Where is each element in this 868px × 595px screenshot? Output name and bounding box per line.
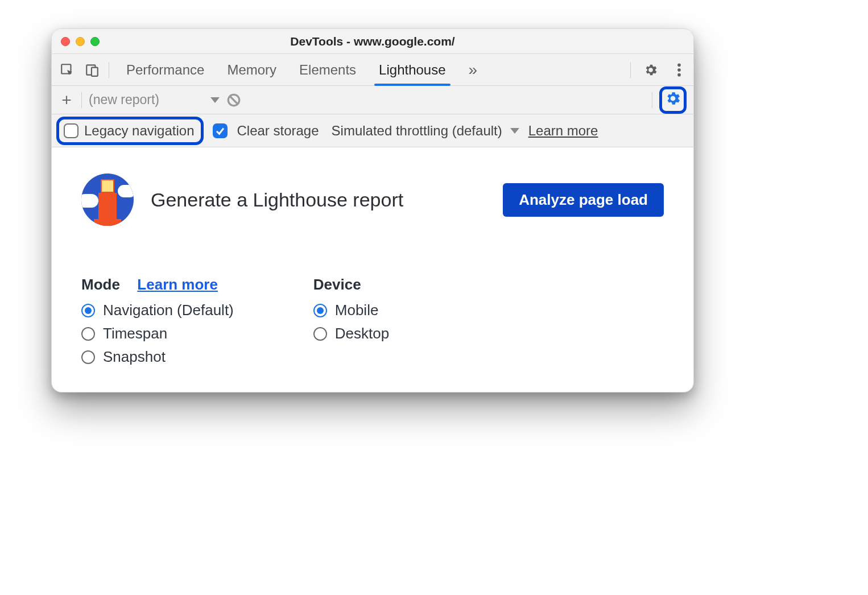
tab-lighthouse[interactable]: Lighthouse (378, 62, 447, 85)
tab-performance[interactable]: Performance (125, 62, 205, 85)
page-title: Generate a Lighthouse report (151, 189, 403, 211)
mode-option-label: Timespan (103, 325, 167, 342)
devtools-window: DevTools - www.google.com/ Performance M… (51, 28, 694, 392)
device-option[interactable]: Desktop (313, 325, 389, 342)
divider (652, 92, 652, 108)
legacy-navigation-checkbox[interactable] (64, 123, 78, 138)
lighthouse-logo-icon (81, 173, 134, 226)
mode-learn-more-link[interactable]: Learn more (137, 276, 218, 293)
device-option-label: Desktop (335, 325, 389, 342)
divider (81, 92, 82, 108)
lighthouse-subtoolbar: + (new report) (52, 86, 693, 114)
devtools-tabstrip: Performance Memory Elements Lighthouse » (52, 54, 693, 86)
window-controls (61, 37, 100, 46)
lighthouse-panel: Generate a Lighthouse report Analyze pag… (52, 147, 693, 392)
kebab-menu-icon[interactable] (671, 61, 688, 78)
throttling-dropdown[interactable]: Simulated throttling (default) (332, 123, 519, 139)
mode-heading: Mode (81, 276, 120, 294)
settings-gear-icon[interactable] (642, 61, 659, 78)
config-columns: Mode Learn more Navigation (Default)Time… (81, 276, 664, 366)
mode-option-label: Snapshot (103, 348, 166, 366)
panel-tabs: Performance Memory Elements Lighthouse (125, 59, 447, 81)
mode-option-label: Navigation (Default) (103, 301, 234, 319)
divider (109, 62, 109, 78)
zoom-window-button[interactable] (90, 37, 100, 46)
svg-rect-2 (92, 67, 98, 76)
clear-storage-label: Clear storage (237, 123, 319, 139)
mode-option[interactable]: Timespan (81, 325, 234, 342)
svg-point-4 (677, 68, 681, 72)
mode-radio[interactable] (81, 327, 95, 341)
titlebar: DevTools - www.google.com/ (52, 29, 693, 54)
legacy-navigation-label: Legacy navigation (84, 123, 194, 139)
lighthouse-settings-highlight (659, 86, 687, 114)
report-dropdown[interactable]: (new report) (89, 92, 220, 108)
report-dropdown-label: (new report) (89, 92, 159, 108)
close-window-button[interactable] (61, 37, 70, 46)
device-heading: Device (313, 276, 361, 294)
window-title: DevTools - www.google.com/ (52, 35, 693, 48)
throttling-learn-more-link[interactable]: Learn more (528, 123, 598, 139)
mode-option[interactable]: Navigation (Default) (81, 301, 234, 319)
divider (630, 62, 631, 78)
device-radio[interactable] (313, 327, 327, 341)
tab-memory[interactable]: Memory (226, 62, 278, 85)
chevron-down-icon (510, 128, 519, 134)
svg-point-5 (677, 73, 681, 76)
minimize-window-button[interactable] (76, 37, 85, 46)
lighthouse-settings-gear-icon[interactable] (664, 90, 681, 110)
mode-option[interactable]: Snapshot (81, 348, 234, 366)
device-option-label: Mobile (335, 301, 379, 319)
device-radio[interactable] (313, 304, 327, 317)
mode-radio[interactable] (81, 304, 95, 317)
inspect-element-icon[interactable] (59, 61, 76, 78)
throttling-label: Simulated throttling (default) (332, 123, 502, 139)
tab-elements[interactable]: Elements (298, 62, 357, 85)
device-toolbar-icon[interactable] (84, 61, 101, 78)
new-report-icon[interactable]: + (59, 90, 75, 110)
lighthouse-options-bar: Legacy navigation Clear storage Simulate… (52, 114, 693, 147)
svg-line-7 (230, 96, 237, 104)
device-column: Device MobileDesktop (313, 276, 389, 366)
clear-storage-checkbox[interactable] (213, 123, 228, 138)
chevron-down-icon (210, 97, 220, 103)
mode-radio[interactable] (81, 350, 95, 364)
svg-point-3 (677, 63, 681, 67)
hero-row: Generate a Lighthouse report Analyze pag… (81, 173, 664, 226)
more-tabs-icon[interactable]: » (469, 61, 478, 79)
legacy-navigation-highlight: Legacy navigation (56, 117, 204, 145)
analyze-button[interactable]: Analyze page load (503, 183, 664, 217)
clear-icon[interactable] (226, 93, 241, 108)
device-option[interactable]: Mobile (313, 301, 389, 319)
mode-column: Mode Learn more Navigation (Default)Time… (81, 276, 234, 366)
